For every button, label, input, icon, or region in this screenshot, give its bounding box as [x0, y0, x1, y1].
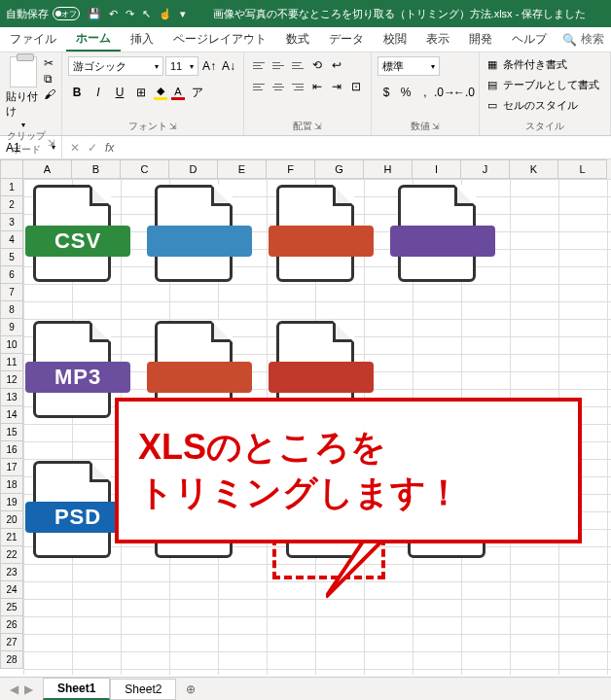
- touch-mode-icon[interactable]: ☝: [159, 8, 172, 20]
- conditional-formatting-button[interactable]: ▦条件付き書式: [485, 56, 567, 73]
- column-header[interactable]: B: [72, 159, 121, 179]
- column-header[interactable]: L: [558, 159, 607, 179]
- align-left-icon[interactable]: [250, 78, 268, 95]
- row-header[interactable]: 23: [0, 564, 23, 581]
- decrease-decimal-icon[interactable]: ←.0: [455, 84, 473, 101]
- paste-button[interactable]: 貼り付け ▾: [6, 56, 40, 129]
- column-header[interactable]: I: [413, 159, 461, 179]
- indent-decrease-icon[interactable]: ⇤: [308, 78, 326, 95]
- column-header[interactable]: E: [218, 159, 267, 179]
- tab-review[interactable]: 校閲: [374, 27, 416, 52]
- tab-data[interactable]: データ: [319, 27, 374, 52]
- column-header[interactable]: G: [315, 159, 364, 179]
- name-box[interactable]: A1▾: [0, 136, 62, 158]
- qat-more-icon[interactable]: ▾: [180, 8, 186, 20]
- enter-formula-icon[interactable]: ✓: [88, 141, 97, 155]
- cancel-formula-icon[interactable]: ✕: [70, 141, 80, 155]
- formula-input[interactable]: [122, 136, 611, 158]
- search-box[interactable]: 🔍 検索: [562, 31, 604, 48]
- orientation-icon[interactable]: ⟲: [308, 56, 326, 74]
- column-header[interactable]: C: [121, 159, 169, 179]
- sheet-tab-1[interactable]: Sheet1: [43, 678, 110, 700]
- column-header[interactable]: H: [364, 159, 413, 179]
- copy-icon[interactable]: ⧉: [44, 72, 55, 86]
- cut-icon[interactable]: ✂: [44, 56, 55, 70]
- italic-button[interactable]: I: [90, 84, 107, 101]
- autosave-switch[interactable]: オフ: [53, 7, 80, 20]
- column-header[interactable]: D: [169, 159, 218, 179]
- column-header[interactable]: J: [461, 159, 510, 179]
- select-all-corner[interactable]: [0, 159, 23, 179]
- row-header[interactable]: 10: [0, 336, 23, 354]
- sheet-nav-next-icon[interactable]: ▶: [24, 682, 33, 696]
- row-header[interactable]: 13: [0, 389, 23, 406]
- underline-button[interactable]: U: [111, 84, 128, 101]
- row-header[interactable]: 14: [0, 406, 23, 424]
- row-header[interactable]: 9: [0, 319, 23, 336]
- align-top-icon[interactable]: [250, 56, 268, 74]
- row-header[interactable]: 15: [0, 424, 23, 441]
- tab-formulas[interactable]: 数式: [276, 27, 319, 52]
- undo-icon[interactable]: ↶: [109, 8, 118, 20]
- row-header[interactable]: 11: [0, 354, 23, 371]
- row-header[interactable]: 5: [0, 249, 23, 266]
- comma-icon[interactable]: ,: [416, 84, 434, 101]
- dialog-launcher-icon[interactable]: ⇲: [314, 122, 322, 131]
- sheet-tab-2[interactable]: Sheet2: [110, 679, 176, 700]
- align-bottom-icon[interactable]: [289, 56, 306, 74]
- indent-increase-icon[interactable]: ⇥: [328, 78, 345, 95]
- font-name-select[interactable]: 游ゴシック▾: [68, 56, 163, 76]
- dialog-launcher-icon[interactable]: ⇲: [432, 122, 440, 131]
- row-header[interactable]: 22: [0, 546, 23, 564]
- border-button[interactable]: ⊞: [132, 84, 150, 101]
- row-header[interactable]: 16: [0, 441, 23, 459]
- row-header[interactable]: 12: [0, 371, 23, 389]
- add-sheet-button[interactable]: ⊕: [176, 682, 205, 696]
- cell-styles-button[interactable]: ▭セルのスタイル: [485, 97, 578, 114]
- fill-color-button[interactable]: ◆: [154, 85, 167, 100]
- font-size-select[interactable]: 11▾: [165, 56, 198, 76]
- dialog-launcher-icon[interactable]: ⇲: [169, 122, 177, 131]
- pointer-icon[interactable]: ↖: [142, 8, 151, 20]
- merge-cells-icon[interactable]: ⊡: [347, 78, 365, 95]
- save-icon[interactable]: 💾: [88, 8, 101, 20]
- row-header[interactable]: 3: [0, 214, 23, 231]
- align-center-icon[interactable]: [270, 78, 287, 95]
- phonetic-button[interactable]: ア: [189, 84, 206, 101]
- format-painter-icon[interactable]: 🖌: [44, 88, 55, 101]
- increase-font-icon[interactable]: A↑: [200, 57, 218, 75]
- column-header[interactable]: F: [267, 159, 315, 179]
- sheet-nav-prev-icon[interactable]: ◀: [10, 682, 18, 696]
- percent-icon[interactable]: %: [397, 84, 414, 101]
- tab-page-layout[interactable]: ページレイアウト: [163, 27, 276, 52]
- tab-help[interactable]: ヘルプ: [502, 27, 557, 52]
- align-middle-icon[interactable]: [270, 56, 287, 74]
- row-header[interactable]: 25: [0, 599, 23, 616]
- column-header[interactable]: A: [23, 159, 72, 179]
- tab-home[interactable]: ホーム: [66, 27, 121, 52]
- bold-button[interactable]: B: [68, 84, 86, 101]
- row-header[interactable]: 8: [0, 301, 23, 319]
- row-header[interactable]: 19: [0, 494, 23, 511]
- row-header[interactable]: 28: [0, 651, 23, 669]
- tab-insert[interactable]: 挿入: [121, 27, 163, 52]
- autosave-toggle[interactable]: 自動保存 オフ: [6, 7, 80, 21]
- tab-view[interactable]: 表示: [416, 27, 459, 52]
- tab-file[interactable]: ファイル: [0, 27, 66, 52]
- redo-icon[interactable]: ↷: [126, 8, 134, 20]
- wrap-text-icon[interactable]: ↩: [328, 56, 345, 74]
- font-color-button[interactable]: A: [171, 86, 185, 100]
- decrease-font-icon[interactable]: A↓: [220, 57, 237, 75]
- tab-developer[interactable]: 開発: [459, 27, 502, 52]
- row-header[interactable]: 26: [0, 616, 23, 634]
- increase-decimal-icon[interactable]: .0→: [436, 84, 453, 101]
- column-header[interactable]: K: [510, 159, 558, 179]
- worksheet-grid[interactable]: A B C D E F G H I J K L 1 2 3 4 5 6 7 8 …: [0, 159, 611, 675]
- row-header[interactable]: 27: [0, 634, 23, 651]
- row-header[interactable]: 4: [0, 231, 23, 249]
- currency-icon[interactable]: $: [377, 84, 395, 101]
- row-header[interactable]: 17: [0, 459, 23, 476]
- number-format-select[interactable]: 標準▾: [377, 56, 440, 76]
- row-header[interactable]: 1: [0, 179, 23, 196]
- row-header[interactable]: 20: [0, 511, 23, 529]
